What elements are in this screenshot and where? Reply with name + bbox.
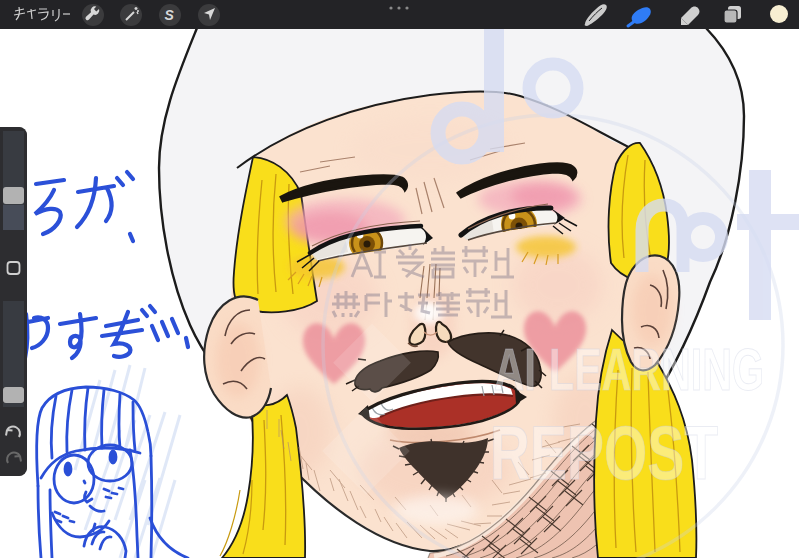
svg-text:AI: AI (494, 336, 536, 403)
svg-text:REPOST: REPOST (490, 410, 718, 495)
svg-text:LEARNING: LEARNING (549, 336, 764, 403)
svg-text:S: S (165, 7, 175, 23)
